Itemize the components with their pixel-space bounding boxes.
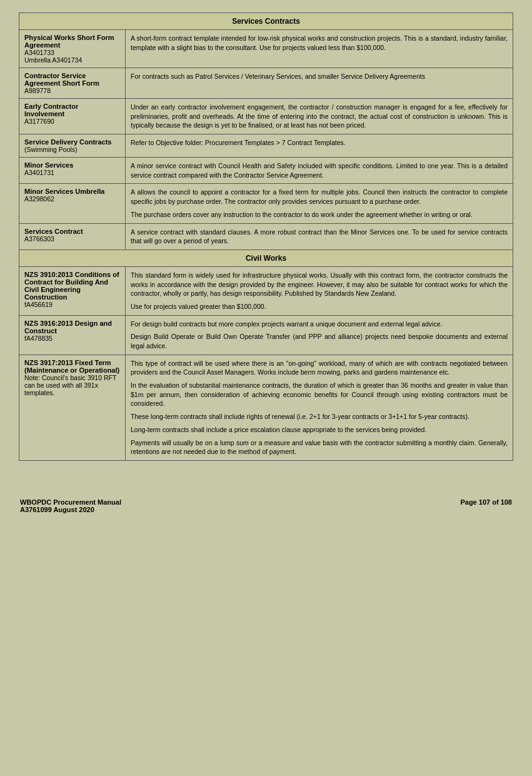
row-title: Physical Works Short Form Agreement	[24, 34, 114, 49]
section-header: Civil Works	[19, 249, 513, 266]
row-paragraph: In the evaluation of substantial mainten…	[131, 381, 508, 408]
footer-right: Page 107 of 108	[460, 498, 512, 513]
row-id: A989778	[24, 87, 51, 94]
row-title: Early Contractor Involvement	[24, 103, 78, 118]
row-paragraph: A minor service contract with Council He…	[131, 161, 508, 179]
row-left-11: NZS 3917:2013 Fixed Term (Maintenance or…	[19, 355, 126, 460]
row-right-4: Refer to Objective folder: Procurement T…	[126, 134, 513, 158]
row-left-2: Contractor Service Agreement Short FormA…	[19, 68, 126, 99]
row-paragraph: Payments will usually be on a lump sum o…	[131, 438, 508, 456]
row-title: Service Delivery Contracts	[24, 138, 111, 146]
row-paragraph: Under an early contractor involvement en…	[131, 103, 508, 130]
row-id: (Swimming Pools)	[24, 146, 78, 153]
row-title: Services Contract	[24, 228, 83, 235]
row-paragraph: This type of contract will be used where…	[131, 359, 508, 377]
row-right-1: A short-form contract template intended …	[126, 30, 513, 68]
row-id: A3766303	[24, 235, 54, 243]
row-left-9: NZS 3910:2013 Conditions of Contract for…	[19, 266, 126, 315]
row-paragraph: For design build contracts but more comp…	[131, 320, 508, 329]
row-paragraph: A allows the council to appoint a contra…	[131, 188, 508, 206]
section-header: Services Contracts	[19, 13, 513, 30]
row-left-6: Minor Services UmbrellaA3298062	[19, 184, 126, 223]
row-paragraph: This standard form is widely used for in…	[131, 271, 508, 298]
row-title: NZS 3917:2013 Fixed Term (Maintenance or…	[24, 359, 119, 374]
row-id: A3401733	[24, 49, 54, 56]
row-id: A3177690	[24, 118, 54, 125]
row-right-11: This type of contract will be used where…	[126, 355, 513, 460]
row-left-4: Service Delivery Contracts(Swimming Pool…	[19, 134, 126, 158]
row-paragraph: A short-form contract template intended …	[131, 34, 508, 52]
footer: WBOPDC Procurement Manual A3761099 Augus…	[19, 498, 513, 513]
row-id: A3298062	[24, 195, 54, 203]
footer-left: WBOPDC Procurement Manual A3761099 Augus…	[20, 498, 121, 513]
page-wrapper: Services ContractsPhysical Works Short F…	[19, 13, 513, 513]
row-right-7: A service contract with standard clauses…	[126, 223, 513, 249]
row-left-10: NZS 3916:2013 Design and ConstructfA4788…	[19, 315, 126, 355]
row-right-2: For contracts such as Patrol Services / …	[126, 68, 513, 99]
row-paragraph: These long-term contracts shall include …	[131, 412, 508, 421]
row-right-10: For design build contracts but more comp…	[126, 315, 513, 355]
row-left-7: Services ContractA3766303	[19, 223, 126, 249]
row-paragraph: For contracts such as Patrol Services / …	[131, 72, 508, 81]
row-id: fA456619	[24, 301, 53, 308]
row-left-1: Physical Works Short Form AgreementA3401…	[19, 30, 126, 68]
footer-id: A3761099 August 2020	[20, 506, 121, 513]
row-title: NZS 3916:2013 Design and Construct	[24, 320, 112, 335]
row-right-6: A allows the council to appoint a contra…	[126, 184, 513, 223]
footer-title: WBOPDC Procurement Manual	[20, 498, 121, 506]
row-id: Note: Council's basic 3910 RFT can be us…	[24, 374, 116, 396]
row-paragraph: Use for projects valued greater than $10…	[131, 302, 508, 311]
row-paragraph: Design Build Operate or Build Own Operat…	[131, 332, 508, 350]
main-table: Services ContractsPhysical Works Short F…	[19, 13, 513, 461]
row-right-9: This standard form is widely used for in…	[126, 266, 513, 315]
row-right-3: Under an early contractor involvement en…	[126, 99, 513, 134]
row-left-5: Minor ServicesA3401731	[19, 158, 126, 184]
row-id: fA478835	[24, 335, 53, 342]
row-title: Contractor Service Agreement Short Form	[24, 72, 99, 87]
row-title: Minor Services Umbrella	[24, 188, 104, 195]
row-right-5: A minor service contract with Council He…	[126, 158, 513, 184]
row-id: Umbrella A3401734	[24, 56, 82, 64]
row-paragraph: Refer to Objective folder: Procurement T…	[131, 138, 508, 148]
row-left-3: Early Contractor InvolvementA3177690	[19, 99, 126, 134]
row-title: Minor Services	[24, 161, 73, 169]
row-paragraph: The purchase orders cover any instructio…	[131, 210, 508, 219]
row-id: A3401731	[24, 169, 54, 176]
row-title: NZS 3910:2013 Conditions of Contract for…	[24, 271, 119, 301]
row-paragraph: Long-term contracts shall include a pric…	[131, 425, 508, 435]
row-paragraph: A service contract with standard clauses…	[131, 228, 508, 246]
